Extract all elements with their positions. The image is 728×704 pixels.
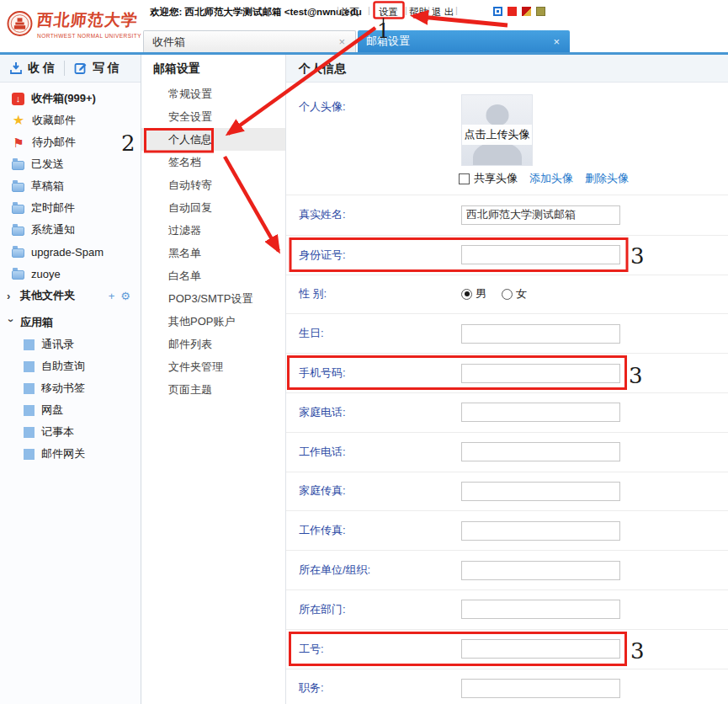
app-icon <box>24 405 35 416</box>
theme-red-gold-icon[interactable] <box>522 7 531 16</box>
sidebar-folder-item[interactable]: 草稿箱 <box>0 175 141 197</box>
form-field-input[interactable] <box>461 442 620 461</box>
tab-mail-settings[interactable]: 邮箱设置 × <box>358 30 570 52</box>
nav-settings[interactable]: 设置 <box>379 6 398 19</box>
folder-icon <box>12 183 24 192</box>
close-icon[interactable]: × <box>337 35 347 48</box>
nav-separator: | <box>368 5 370 15</box>
app-icon <box>24 427 35 438</box>
sidebar-folder-item[interactable]: 已发送 <box>0 153 141 175</box>
other-folders-toggle[interactable]: › 其他文件夹 + ⚙ <box>0 285 141 307</box>
sidebar-folder-item[interactable]: 收件箱(999+) <box>0 88 141 109</box>
app-icon <box>24 383 35 394</box>
form-field-input[interactable] <box>461 639 620 659</box>
nav-home[interactable]: 首页 <box>340 6 359 19</box>
settings-menu-item[interactable]: 安全设置 <box>141 105 285 128</box>
sidebar-app-item[interactable]: 移动书签 <box>0 377 141 399</box>
add-avatar-link[interactable]: 添加头像 <box>529 171 573 186</box>
form-field-label: 家庭传真: <box>299 483 346 499</box>
settings-menu-item[interactable]: 页面主题 <box>141 378 285 401</box>
settings-menu-item[interactable]: 签名档 <box>141 151 285 173</box>
form-field-row: 真实姓名: <box>286 195 728 235</box>
settings-menu-item[interactable]: 黑名单 <box>141 242 285 264</box>
theme-blue-icon[interactable] <box>493 7 502 16</box>
share-avatar-checkbox[interactable] <box>459 173 470 184</box>
form-field-input[interactable] <box>461 679 620 698</box>
upload-avatar-overlay[interactable]: 点击上传头像 <box>461 125 533 145</box>
form-field-row: 家庭传真: <box>286 472 728 511</box>
sidebar-app-item[interactable]: 记事本 <box>0 421 141 443</box>
form-field-input[interactable] <box>461 600 620 619</box>
form-field-input[interactable] <box>461 482 620 501</box>
personal-info-form: 真实姓名:身份证号:性 别:男女生日:手机号码:家庭电话:工作电话:家庭传真:工… <box>286 195 728 704</box>
settings-menu-item[interactable]: 文件夹管理 <box>141 355 285 378</box>
form-field-input[interactable] <box>461 364 620 383</box>
folder-icon <box>12 227 24 236</box>
compose-button[interactable]: 写 信 <box>65 61 129 76</box>
sidebar-folder-item[interactable]: 系统通知 <box>0 219 141 241</box>
university-logo: 西北师范大学 NORTHWEST NORMAL UNIVERSITY <box>7 4 141 50</box>
settings-menu-item[interactable]: POP3/SMTP设置 <box>141 287 285 310</box>
form-field-row: 家庭电话: <box>286 392 728 432</box>
form-field-label: 真实姓名: <box>299 207 346 222</box>
folder-list: 收件箱(999+) 收藏邮件 待办邮件 已发送 草稿箱 <box>0 83 141 285</box>
settings-menu-item[interactable]: 个人信息 <box>141 128 285 151</box>
settings-menu-item[interactable]: 白名单 <box>141 264 285 287</box>
form-field-input[interactable] <box>461 245 620 264</box>
form-field-label: 职务: <box>299 680 324 696</box>
settings-menu-item[interactable]: 常规设置 <box>141 83 285 105</box>
tab-inbox[interactable]: 收件箱 × <box>143 30 356 52</box>
apps-toggle[interactable]: › 应用箱 <box>0 312 141 333</box>
form-field-input[interactable] <box>461 521 620 541</box>
nav-separator: | <box>455 5 458 15</box>
folder-settings-gear-icon[interactable]: ⚙ <box>120 290 130 302</box>
folder-icon <box>12 205 24 214</box>
nav-separator: | <box>428 5 430 15</box>
settings-menu-item[interactable]: 其他POP账户 <box>141 310 285 333</box>
sidebar-folder-item[interactable]: 待办邮件 <box>0 131 141 153</box>
settings-menu-item[interactable]: 过滤器 <box>141 219 285 242</box>
form-field-label: 所在部门: <box>299 602 346 617</box>
form-field-input[interactable] <box>461 403 620 422</box>
form-field-row: 手机号码: <box>286 353 728 392</box>
folder-icon <box>12 248 24 258</box>
sidebar-folder-item[interactable]: 收藏邮件 <box>0 109 141 131</box>
sidebar-app-item[interactable]: 邮件网关 <box>0 443 141 465</box>
sidebar-folder-item[interactable]: 定时邮件 <box>0 197 141 219</box>
sidebar-app-item[interactable]: 网盘 <box>0 399 141 421</box>
sidebar-folder-item[interactable]: zuoye <box>0 263 141 285</box>
sidebar-folder-item[interactable]: upgrade-Spam <box>0 241 141 263</box>
avatar-silhouette-icon <box>486 104 508 125</box>
gender-radio-女[interactable]: 女 <box>502 286 527 301</box>
form-field-label: 工作电话: <box>299 445 346 460</box>
form-field-row: 所在部门: <box>286 589 728 629</box>
settings-menu-item[interactable]: 自动回复 <box>141 196 285 219</box>
form-field-label: 所在单位/组织: <box>299 563 370 578</box>
nav-logout[interactable]: 退 出 <box>432 6 454 19</box>
nav-help[interactable]: 帮助 <box>409 6 428 19</box>
radio-icon[interactable] <box>461 289 472 300</box>
settings-menu-title: 邮箱设置 <box>141 55 285 83</box>
app-icon <box>24 339 35 350</box>
avatar-upload[interactable]: 点击上传头像 <box>461 94 533 166</box>
welcome-text: 欢迎您: 西北师范大学测试邮箱 <test@nwnu.edu <box>150 6 362 19</box>
chevron-right-icon: › <box>7 290 15 302</box>
app-icon <box>24 449 35 460</box>
receive-mail-button[interactable]: 收 信 <box>0 61 64 76</box>
sidebar-app-item[interactable]: 自助查询 <box>0 355 141 377</box>
gender-radio-男[interactable]: 男 <box>461 286 486 301</box>
remove-avatar-link[interactable]: 删除头像 <box>585 171 629 186</box>
settings-menu-item[interactable]: 邮件列表 <box>141 333 285 355</box>
radio-icon[interactable] <box>502 289 513 300</box>
form-field-input[interactable] <box>461 324 620 344</box>
settings-menu-item[interactable]: 自动转寄 <box>141 173 285 196</box>
sidebar-app-item[interactable]: 通讯录 <box>0 333 141 355</box>
form-field-row: 生日: <box>286 313 728 353</box>
form-field-input[interactable] <box>461 205 620 225</box>
close-icon[interactable]: × <box>551 35 561 48</box>
theme-olive-icon[interactable] <box>536 7 545 16</box>
chevron-down-icon: › <box>5 318 18 327</box>
form-field-input[interactable] <box>461 561 620 580</box>
theme-red-icon[interactable] <box>507 7 517 16</box>
add-folder-icon[interactable]: + <box>109 290 115 302</box>
